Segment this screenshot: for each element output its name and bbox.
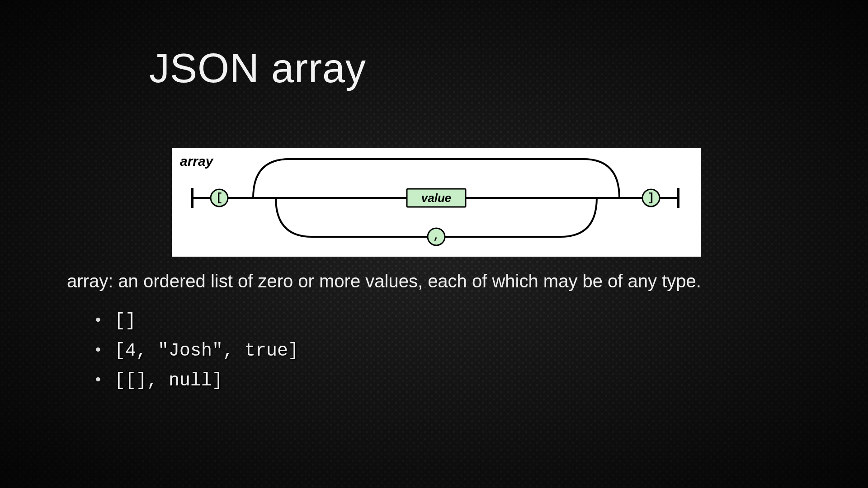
example-item: [] <box>93 305 299 335</box>
slide-title: JSON array <box>149 45 366 92</box>
slide: JSON array array [ value <box>0 0 868 488</box>
example-item: [[], null] <box>93 365 299 395</box>
value-box-label: value <box>421 191 452 205</box>
railroad-svg: [ value , ] <box>172 148 701 257</box>
comma-token: , <box>433 229 440 243</box>
definition-text: array: an ordered list of zero or more v… <box>67 271 844 291</box>
examples-list: [] [4, "Josh", true] [[], null] <box>75 305 299 395</box>
open-bracket-token: [ <box>216 191 223 205</box>
railroad-diagram: array [ value <box>172 148 701 257</box>
example-item: [4, "Josh", true] <box>93 335 299 365</box>
example-code: [[], null] <box>114 371 223 391</box>
close-bracket-token: ] <box>647 191 655 205</box>
example-code: [4, "Josh", true] <box>114 341 299 361</box>
example-code: [] <box>114 311 136 331</box>
